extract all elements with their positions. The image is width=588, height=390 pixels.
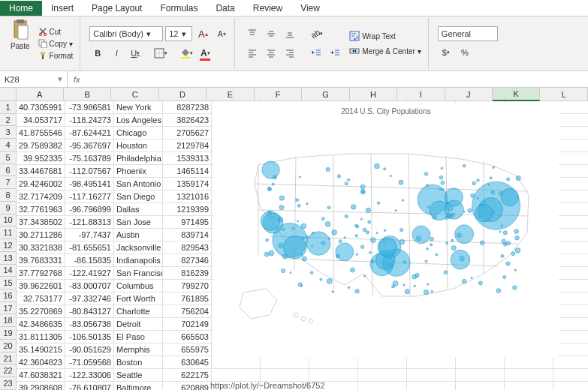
cell[interactable]: -75.163789	[65, 152, 114, 165]
row-header[interactable]: 5	[0, 152, 17, 164]
italic-button[interactable]: I	[108, 45, 125, 62]
col-header-J[interactable]: J	[445, 88, 493, 101]
cell[interactable]: 761895	[163, 292, 212, 305]
cell[interactable]: 35.2270869	[17, 305, 65, 318]
row-header[interactable]: 15	[0, 277, 17, 290]
cell[interactable]: San Diego	[114, 190, 163, 203]
cell[interactable]	[505, 356, 553, 369]
fx-label[interactable]: fx	[74, 75, 80, 84]
row-header[interactable]: 22	[0, 364, 17, 377]
tab-view[interactable]: View	[291, 1, 329, 16]
cell[interactable]: -83.056738	[65, 318, 114, 331]
col-header-H[interactable]: H	[350, 88, 397, 101]
cell[interactable]: -83.000707	[65, 280, 114, 292]
align-middle-button[interactable]	[263, 26, 279, 42]
cell[interactable]: 620889	[163, 382, 212, 390]
row-header[interactable]: 13	[0, 252, 17, 265]
col-header-A[interactable]: A	[17, 88, 64, 101]
cell[interactable]: -90.051629	[65, 344, 114, 356]
tab-formulas[interactable]: Formulas	[151, 1, 207, 16]
cell[interactable]: 31.8111305	[17, 331, 65, 344]
cell[interactable]: 32.7174209	[17, 190, 65, 203]
cell[interactable]: 47.6038321	[17, 369, 65, 382]
cell[interactable]: -95.367697	[65, 140, 114, 152]
cell[interactable]: 29.7589382	[17, 140, 65, 152]
cell[interactable]: 35.1490215	[17, 344, 65, 356]
cell[interactable]: -97.7437	[65, 229, 114, 242]
cell[interactable]: -80.843127	[65, 305, 114, 318]
col-header-L[interactable]: L	[540, 88, 587, 101]
cell[interactable]	[505, 369, 553, 382]
row-header[interactable]: 3	[0, 126, 17, 139]
cell[interactable]: Houston	[114, 140, 163, 152]
cell[interactable]: 42.3604823	[17, 356, 65, 369]
cell[interactable]	[456, 369, 505, 382]
name-box[interactable]: K28 ▾	[0, 71, 68, 87]
cell[interactable]: -97.332746	[65, 292, 114, 305]
cell[interactable]: 829543	[163, 242, 212, 254]
cell[interactable]: 1465114	[163, 165, 212, 178]
percent-button[interactable]: %	[457, 44, 473, 61]
font-color-button[interactable]: A▾	[197, 45, 213, 62]
cell[interactable]: 655975	[163, 344, 212, 356]
cell[interactable]: 39.7683331	[17, 254, 65, 267]
tab-page-layout[interactable]: Page Layout	[83, 1, 151, 16]
cell[interactable]	[456, 382, 505, 390]
row-header[interactable]: 6	[0, 164, 17, 177]
cell[interactable]: 1539313	[163, 152, 212, 165]
cell[interactable]: -121.88313	[65, 216, 114, 229]
cell[interactable]: -73.986581	[65, 101, 114, 114]
cell[interactable]: El Paso	[114, 331, 163, 344]
cell[interactable]: Austin	[114, 229, 163, 242]
cell[interactable]: 39.952335	[17, 152, 65, 165]
cell[interactable]: San Antonio	[114, 178, 163, 190]
cell[interactable]: 630645	[163, 356, 212, 369]
font-name-combo[interactable]: Calibri (Body)▾	[89, 26, 163, 41]
cell[interactable]: Charlotte	[114, 305, 163, 318]
cell[interactable]: -98.495141	[65, 178, 114, 190]
number-format-combo[interactable]: General	[438, 26, 498, 41]
cell[interactable]: 1321016	[163, 190, 212, 203]
cell[interactable]	[261, 369, 309, 382]
row-header[interactable]: 17	[0, 302, 17, 315]
cell[interactable]	[358, 356, 407, 369]
fill-color-button[interactable]: ▾	[178, 45, 194, 62]
cell[interactable]: Seattle	[114, 369, 163, 382]
cell[interactable]: -71.059568	[65, 356, 114, 369]
align-right-button[interactable]	[282, 45, 298, 62]
cell[interactable]	[553, 382, 588, 390]
cell[interactable]: 839714	[163, 229, 212, 242]
cell[interactable]: Boston	[114, 356, 163, 369]
cell[interactable]: 827346	[163, 254, 212, 267]
cell[interactable]	[407, 356, 456, 369]
cell[interactable]: 1359174	[163, 178, 212, 190]
row-header[interactable]: 18	[0, 314, 17, 327]
cell[interactable]: San Jose	[114, 216, 163, 229]
paste-button[interactable]: Paste	[8, 18, 33, 52]
row-header[interactable]: 4	[0, 139, 17, 152]
grow-font-button[interactable]: A▴	[194, 26, 211, 42]
cell[interactable]: Los Angeles	[114, 114, 163, 127]
col-header-C[interactable]: C	[111, 88, 158, 101]
cell[interactable]: 41.8755546	[17, 127, 65, 140]
row-header[interactable]: 23	[0, 377, 17, 390]
row-header[interactable]: 16	[0, 290, 17, 302]
cell[interactable]: 1219399	[163, 203, 212, 216]
cell[interactable]: Phoenix	[114, 165, 163, 178]
cell[interactable]: 37.7792768	[17, 267, 65, 280]
orientation-button[interactable]: ab▾	[309, 26, 325, 42]
cell[interactable]: -122.41927	[65, 267, 114, 280]
cell[interactable]: 622175	[163, 369, 212, 382]
cell[interactable]: 665503	[163, 331, 212, 344]
row-header[interactable]: 21	[0, 352, 17, 365]
cell[interactable]: 33.4467681	[17, 165, 65, 178]
cell[interactable]: 3826423	[163, 114, 212, 127]
cell[interactable]: 799270	[163, 280, 212, 292]
increase-indent-button[interactable]	[327, 45, 344, 62]
cell[interactable]: 37.3438502	[17, 216, 65, 229]
row-header[interactable]: 20	[0, 340, 17, 352]
cell[interactable]: -87.624421	[65, 127, 114, 140]
cell[interactable]	[212, 369, 261, 382]
cell[interactable]: 8287238	[163, 101, 212, 114]
cell[interactable]: 42.3486635	[17, 318, 65, 331]
